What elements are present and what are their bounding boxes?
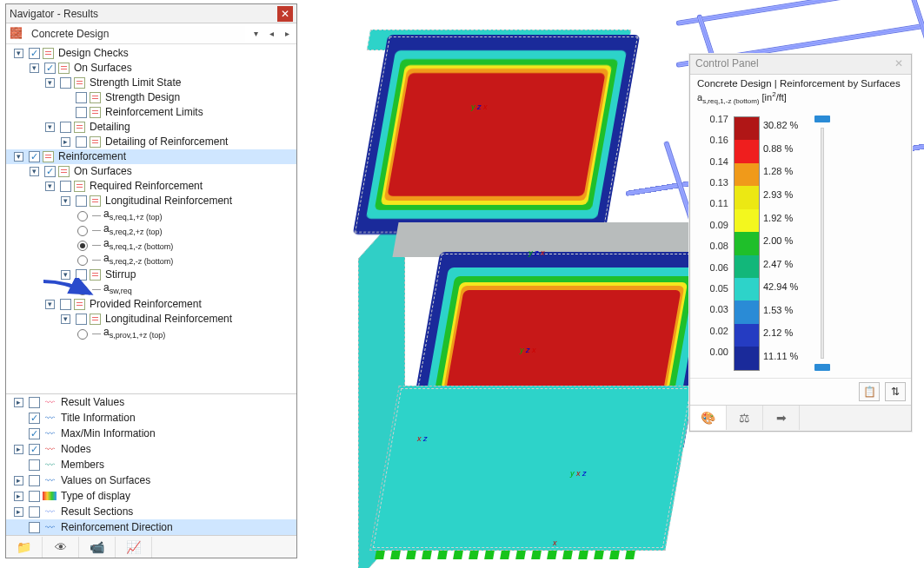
checkbox[interactable] — [60, 299, 71, 310]
option-row[interactable]: ▸〰Result Values — [6, 394, 296, 410]
option-row[interactable]: 〰Members — [6, 457, 296, 472]
expand-toggle[interactable]: ▸ — [61, 137, 70, 147]
tree-item[interactable]: Strength Design — [6, 90, 296, 105]
tree-item[interactable]: ▾On Surfaces — [6, 164, 296, 179]
legend-colorbar[interactable] — [734, 116, 760, 371]
expand-toggle[interactable]: ▸ — [14, 398, 23, 407]
bottom-tab-2[interactable]: 📹 — [79, 537, 116, 558]
checkbox[interactable] — [29, 413, 40, 424]
cp-tab-filter[interactable]: ➡ — [763, 406, 800, 430]
nav-next-icon[interactable]: ▸ — [281, 29, 293, 38]
expand-toggle[interactable]: ▾ — [45, 182, 55, 191]
bottom-tab-3[interactable]: 📈 — [116, 537, 152, 558]
legend-swatch[interactable] — [735, 186, 759, 208]
navigator-tree[interactable]: ▾Design Checks▾On Surfaces▾Strength Limi… — [6, 44, 296, 393]
legend-range-slider[interactable] — [812, 116, 833, 371]
radio[interactable] — [77, 285, 88, 295]
tree-item[interactable]: as,req,2,-z (bottom) — [6, 253, 296, 267]
legend-swatch[interactable] — [735, 255, 759, 278]
tree-item[interactable]: ▾Stirrup — [6, 267, 296, 282]
slider-handle-bottom[interactable] — [814, 364, 830, 371]
expand-toggle[interactable]: ▾ — [14, 49, 23, 58]
checkbox[interactable] — [44, 166, 56, 177]
checkbox[interactable] — [29, 428, 40, 439]
tree-item[interactable]: ▸Detailing of Reinforcement — [6, 135, 296, 149]
expand-toggle[interactable]: ▸ — [14, 492, 23, 501]
bottom-tab-0[interactable]: 📁 — [6, 537, 43, 558]
tree-item[interactable]: ▾Provided Reinforcement — [6, 297, 296, 312]
checkbox[interactable] — [76, 136, 87, 148]
close-icon[interactable]: ✕ — [892, 57, 906, 71]
checkbox[interactable] — [29, 397, 40, 408]
legend-swatch[interactable] — [735, 163, 759, 186]
legend-swatch[interactable] — [735, 117, 759, 140]
bottom-tab-1[interactable]: 👁 — [43, 537, 79, 558]
copy-button[interactable]: 📋 — [859, 382, 880, 401]
legend-swatch[interactable] — [735, 347, 759, 369]
checkbox[interactable] — [29, 491, 40, 502]
tree-item[interactable]: ▾Required Reinforcement — [6, 179, 296, 194]
legend-swatch[interactable] — [735, 140, 759, 162]
chevron-down-icon[interactable]: ▾ — [249, 29, 262, 38]
checkbox[interactable] — [76, 107, 87, 118]
legend-swatch[interactable] — [735, 209, 759, 232]
slider-handle-top[interactable] — [814, 116, 830, 122]
tree-item[interactable]: as,prov,1,+z (top) — [6, 327, 296, 341]
tree-item[interactable]: asw,req — [6, 282, 296, 297]
navigator-options[interactable]: ▸〰Result Values〰Title Information〰Max/Mi… — [6, 393, 296, 535]
tree-item[interactable]: ▾Design Checks — [6, 46, 296, 61]
legend-swatch[interactable] — [735, 324, 759, 347]
checkbox[interactable] — [76, 314, 87, 325]
option-row[interactable]: 〰Reinforcement Direction — [6, 519, 296, 535]
radio[interactable] — [77, 329, 88, 340]
option-row[interactable]: ▸〰Values on Surfaces — [6, 472, 296, 488]
checkbox[interactable] — [76, 269, 87, 281]
legend-swatch[interactable] — [735, 232, 759, 254]
checkbox[interactable] — [76, 195, 87, 207]
tree-item[interactable]: ▾Strength Limit State — [6, 76, 296, 90]
checkbox[interactable] — [60, 122, 71, 133]
checkbox[interactable] — [29, 522, 40, 533]
option-row[interactable]: 〰Max/Min Information — [6, 426, 296, 441]
expand-toggle[interactable]: ▾ — [61, 270, 70, 280]
sort-button[interactable]: ⇅ — [885, 382, 906, 401]
option-row[interactable]: ▸〰Result Sections — [6, 504, 296, 519]
expand-toggle[interactable]: ▾ — [45, 78, 55, 88]
radio[interactable] — [77, 211, 88, 221]
expand-toggle[interactable]: ▾ — [61, 314, 70, 324]
checkbox[interactable] — [29, 151, 40, 162]
close-icon[interactable]: ✕ — [277, 6, 293, 22]
cp-tab-palette[interactable]: 🎨 — [690, 406, 727, 430]
navigator-combo[interactable]: 🧱 Concrete Design ▾ ◂ ▸ — [6, 23, 296, 44]
tree-item[interactable]: ▾Detailing — [6, 120, 296, 135]
expand-toggle[interactable]: ▾ — [45, 122, 55, 132]
checkbox[interactable] — [29, 506, 40, 518]
option-row[interactable]: ▸Type of display — [6, 488, 296, 504]
checkbox[interactable] — [76, 92, 87, 103]
radio[interactable] — [77, 226, 88, 236]
legend-swatch[interactable] — [735, 301, 759, 323]
expand-toggle[interactable]: ▾ — [30, 167, 39, 176]
nav-prev-icon[interactable]: ◂ — [265, 29, 277, 38]
legend-swatch[interactable] — [735, 278, 759, 301]
expand-toggle[interactable]: ▾ — [14, 152, 23, 162]
expand-toggle[interactable]: ▸ — [14, 507, 23, 517]
slider-track[interactable] — [821, 128, 824, 359]
checkbox[interactable] — [29, 475, 40, 486]
checkbox[interactable] — [29, 48, 40, 59]
tree-item[interactable]: ▾On Surfaces — [6, 61, 296, 76]
checkbox[interactable] — [60, 77, 71, 89]
option-row[interactable]: ▸〰Nodes — [6, 441, 296, 457]
tree-item[interactable]: Reinforcement Limits — [6, 105, 296, 120]
radio[interactable] — [77, 255, 88, 266]
checkbox[interactable] — [29, 459, 40, 471]
expand-toggle[interactable]: ▸ — [14, 476, 23, 485]
cp-tab-factors[interactable]: ⚖ — [727, 406, 763, 430]
expand-toggle[interactable]: ▾ — [61, 196, 70, 206]
option-row[interactable]: 〰Title Information — [6, 410, 296, 426]
expand-toggle[interactable]: ▸ — [14, 445, 23, 454]
tree-item[interactable]: ▾Reinforcement — [6, 149, 296, 164]
checkbox[interactable] — [44, 63, 56, 74]
radio[interactable] — [77, 241, 88, 251]
expand-toggle[interactable]: ▾ — [45, 300, 55, 309]
